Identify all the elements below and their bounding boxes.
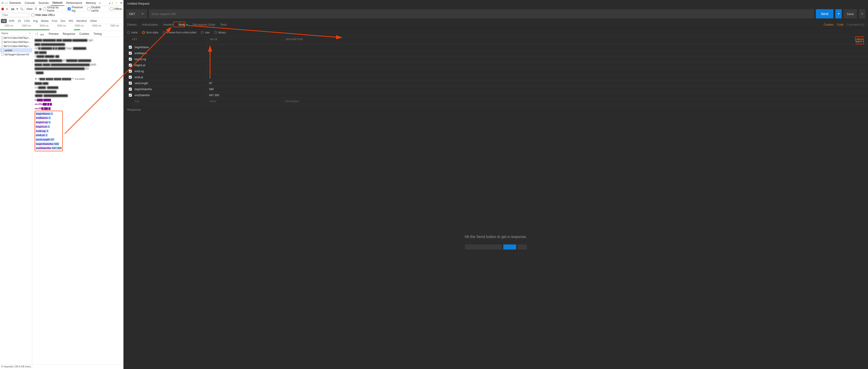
value-cell[interactable]: 560 xyxy=(207,88,283,91)
type-css[interactable]: CSS xyxy=(23,19,31,23)
detail-tab-preview[interactable]: Preview xyxy=(48,31,59,36)
value-cell[interactable]: 647.300 xyxy=(207,94,283,97)
cookies-link[interactable]: Cookies xyxy=(824,23,834,26)
disable-cache-checkbox[interactable]: Disable cache xyxy=(87,6,107,12)
tab-headers[interactable]: Headers xyxy=(163,21,174,28)
detail-tab-response[interactable]: Response xyxy=(62,31,75,36)
type-ws[interactable]: WS xyxy=(67,19,74,23)
bulk-edit-link[interactable]: Bulk Edit xyxy=(855,36,864,44)
request-row[interactable]: list?page=1&rows=10 xyxy=(0,52,32,57)
value-cell[interactable]: 1 xyxy=(207,46,283,49)
tab-elements[interactable]: Elements xyxy=(8,0,23,5)
request-row[interactable]: tile?z=12&x=3347&y=... xyxy=(0,44,32,48)
close-icon[interactable]: ✕ xyxy=(120,1,122,5)
comments-link[interactable]: Comments (0) xyxy=(847,23,864,26)
tab-body[interactable]: Body xyxy=(179,21,188,28)
type-font[interactable]: Font xyxy=(50,19,59,23)
key-cell[interactable]: beginLngText xyxy=(132,58,207,61)
form-data-section-header[interactable]: ▼ F▇▇▇ ▇▇▇▇ ▇▇▇▇ ▇▇▇▇▇ '?' encoded xyxy=(35,77,121,80)
value-cell[interactable]: 87 xyxy=(207,81,283,85)
key-cell[interactable]: endLngText xyxy=(132,70,207,73)
url-input[interactable] xyxy=(149,9,814,19)
row-checkbox[interactable] xyxy=(128,70,132,73)
clear-icon[interactable]: ⊘ xyxy=(5,7,8,11)
save-button[interactable]: Save xyxy=(843,9,857,19)
radio-binary[interactable]: binary xyxy=(214,31,226,34)
view-thumb-icon[interactable]: ▦ xyxy=(39,7,42,11)
key-cell[interactable]: beginNameText xyxy=(132,46,207,49)
send-button[interactable]: Send xyxy=(816,9,834,19)
key-cell[interactable]: endLatText xyxy=(132,76,207,79)
grid-row[interactable]: ≡ beginLatText 1 ✕ xyxy=(124,62,868,68)
value-cell[interactable]: 1 xyxy=(207,64,283,67)
key-cell[interactable]: sectLengthText xyxy=(132,81,207,85)
network-timeline[interactable]: 1000 ms 2000 ms 3000 ms 4000 ms 5000 ms … xyxy=(0,24,123,31)
request-row[interactable]: update xyxy=(0,48,32,52)
detail-tab-headers[interactable]: × ▏▗ ▖ xyxy=(35,31,45,36)
type-xhr[interactable]: XHR xyxy=(7,19,16,23)
name-column-header[interactable]: Name xyxy=(1,32,8,35)
detail-tab-timing[interactable]: Timing xyxy=(93,31,102,36)
type-all[interactable]: All xyxy=(1,19,7,23)
grid-row[interactable]: ≡ sectLengthText 87 ✕ xyxy=(124,80,868,86)
tabs-overflow-icon[interactable]: » xyxy=(99,1,101,5)
type-media[interactable]: Media xyxy=(39,19,50,23)
row-checkbox[interactable] xyxy=(128,52,132,55)
value-cell[interactable]: 1 xyxy=(207,58,283,61)
request-title[interactable]: Untitled Request xyxy=(124,0,868,7)
grid-row[interactable]: ≡ endNameText 1 ✕ xyxy=(124,50,868,56)
film-icon[interactable]: ▮◖ xyxy=(11,7,14,11)
grid-row[interactable]: ≡ beginNameText 1 ✕ xyxy=(124,44,868,50)
row-checkbox[interactable] xyxy=(128,76,132,79)
row-checkbox[interactable] xyxy=(128,64,132,67)
send-split-button[interactable] xyxy=(835,9,842,19)
group-by-frame-checkbox[interactable]: Group by frame xyxy=(43,6,65,12)
tab-params[interactable]: Params xyxy=(127,21,137,28)
type-doc[interactable]: Doc xyxy=(59,19,67,23)
view-list-icon[interactable]: ☰ xyxy=(34,7,37,11)
radio-none[interactable]: none xyxy=(127,31,137,34)
ghost-row[interactable]: Key Value Description xyxy=(124,98,868,104)
key-cell[interactable]: endNameText xyxy=(132,52,207,55)
inspect-icon[interactable]: ⯐ xyxy=(1,1,4,5)
grid-row[interactable]: ≡ beginStakeNoText 560 ✕ xyxy=(124,86,868,92)
grid-row[interactable]: ≡ endStakeNoText 647.300 ✕ xyxy=(124,92,868,98)
grid-row[interactable]: ≡ beginLngText 1 ✕ xyxy=(124,56,868,62)
type-manifest[interactable]: Manifest xyxy=(75,19,88,23)
row-checkbox[interactable] xyxy=(128,58,132,61)
radio-form-data[interactable]: form-data xyxy=(142,31,158,34)
type-img[interactable]: Img xyxy=(32,19,39,23)
tab-prerequest[interactable]: Pre-request Script xyxy=(193,21,215,28)
row-checkbox[interactable] xyxy=(128,94,132,97)
request-row[interactable]: tile?z=12&x=3347&y=... xyxy=(0,40,32,44)
record-icon[interactable] xyxy=(1,8,4,10)
value-cell[interactable]: 1 xyxy=(207,76,283,79)
tab-memory[interactable]: Memory xyxy=(84,0,98,5)
tab-authorization[interactable]: Authorization xyxy=(142,21,158,28)
detail-tab-cookies[interactable]: Cookies xyxy=(79,31,90,36)
key-cell[interactable]: endStakeNoText xyxy=(132,94,207,97)
value-cell[interactable]: 1 xyxy=(207,70,283,73)
type-js[interactable]: JS xyxy=(17,19,22,23)
key-cell[interactable]: beginStakeNoText xyxy=(132,88,207,91)
row-checkbox[interactable] xyxy=(128,81,132,85)
preserve-log-checkbox[interactable]: Preserve log xyxy=(68,6,86,12)
detail-body[interactable]: ▇▇▇▇ ▇▇▇▇▇▇▇ ▇▇▇ ▇▇▇▇▇ ▇▇▇▇▇▇▇▇ Ijp0 ▇▇▇… xyxy=(32,37,123,364)
method-select[interactable]: GET xyxy=(126,9,147,19)
radio-urlencoded[interactable]: x-www-form-urlencoded xyxy=(163,31,196,34)
row-checkbox[interactable] xyxy=(128,88,132,91)
close-detail-icon[interactable]: × xyxy=(29,32,31,35)
save-split-button[interactable] xyxy=(859,9,865,19)
row-checkbox[interactable] xyxy=(128,46,132,49)
hide-data-urls-checkbox[interactable]: Hide data URLs xyxy=(31,13,55,16)
tab-performance[interactable]: Performance xyxy=(64,0,84,5)
code-link[interactable]: Code xyxy=(837,23,843,26)
offline-checkbox[interactable]: Offline xyxy=(110,7,122,11)
grid-row[interactable]: ≡ endLngText 1 ✕ xyxy=(124,68,868,74)
device-icon[interactable]: ▭ xyxy=(4,1,7,5)
settings-icon[interactable]: ⋮ xyxy=(115,1,118,5)
tab-network[interactable]: Network xyxy=(51,0,64,6)
key-cell[interactable]: beginLatText xyxy=(132,64,207,67)
request-row[interactable]: tile?z=12&x=3347&y=... xyxy=(0,36,32,40)
grid-row[interactable]: ≡ endLatText 1 ✕ xyxy=(124,74,868,80)
